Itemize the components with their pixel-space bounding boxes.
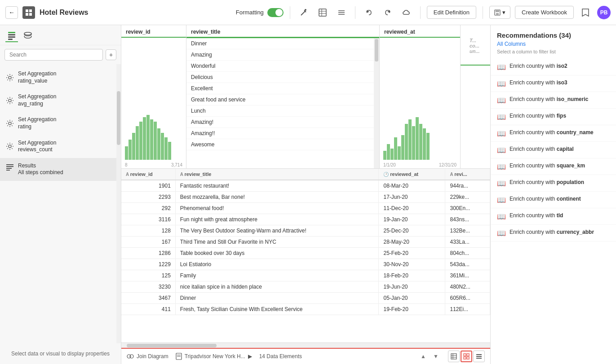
list-view-button[interactable]	[334, 5, 349, 20]
enrich-item-square-km[interactable]: 📖 Enrich country with square_km	[491, 158, 616, 175]
save-button[interactable]: ▾	[489, 6, 510, 19]
col-type-a-2: A	[180, 172, 185, 177]
dropdown-item-amazing-excl2[interactable]: Amazing!!	[186, 128, 374, 139]
col-type-clock-1: 🕐	[383, 172, 390, 177]
dropdown-item-wonderful[interactable]: Wonderful	[186, 61, 374, 72]
col-title-label: review_title	[191, 29, 220, 35]
app-logo	[22, 6, 35, 19]
table-row[interactable]: 3230nice italian spice in a hidden place…	[121, 281, 490, 293]
svg-rect-2	[26, 13, 28, 16]
view-btn-3[interactable]	[473, 351, 485, 362]
bookmark-button[interactable]	[578, 5, 593, 20]
bar	[387, 144, 390, 160]
table-row[interactable]: 411Fresh, Tasty Sicilian Cuisine With Ex…	[121, 304, 490, 315]
table-row[interactable]: 3116Fun night with great atmosphere19-Ja…	[121, 214, 490, 225]
right-panel: Recommendations (34) All Columns Select …	[490, 25, 616, 364]
svg-rect-47	[476, 358, 482, 359]
cell-review-title: nice italian spice in a hidden place	[175, 281, 379, 293]
edit-definition-button[interactable]: Edit Definition	[427, 6, 476, 19]
table-row[interactable]: 167Third Time and Still Our Favorite in …	[121, 237, 490, 248]
scroll-down-button[interactable]: ▼	[431, 351, 441, 361]
table-view-button[interactable]	[315, 5, 330, 20]
file-arrow: ▶	[248, 353, 252, 360]
enrich-item-capital[interactable]: 📖 Enrich country with capital	[491, 142, 616, 158]
table-row[interactable]: 2293Best mozzarella, Bar none!17-Jun-202…	[121, 192, 490, 203]
formatting-toggle[interactable]	[267, 8, 284, 17]
table-row[interactable]: 128The Very Best Outdoor Seating-Warm an…	[121, 225, 490, 237]
enrich-item-fips[interactable]: 📖 Enrich country with fips	[491, 109, 616, 125]
sidebar-item-set-agg-reviews-count[interactable]: Set Aggregation reviews_count	[0, 135, 116, 158]
sidebar-tab-steps[interactable]	[5, 30, 18, 42]
scroll-up-button[interactable]: ▲	[418, 351, 428, 361]
table-row[interactable]: 1229Loi Estiatorio30-Nov-20543da...	[121, 259, 490, 270]
undo-button[interactable]	[362, 5, 376, 20]
enrich-item-iso2[interactable]: 📖 Enrich country with iso2	[491, 59, 616, 75]
view-icon-1	[451, 353, 457, 360]
bar	[154, 122, 157, 160]
enrich-item-iso3[interactable]: 📖 Enrich country with iso3	[491, 75, 616, 92]
elements-button[interactable]: 14 Data Elements	[259, 353, 302, 360]
avatar[interactable]: PB	[597, 6, 611, 19]
back-button[interactable]: ←	[5, 6, 18, 19]
col-max-review-id: 3,714	[171, 162, 182, 167]
view-btn-1[interactable]	[448, 351, 460, 362]
dropdown-item-excellent[interactable]: Excellent	[186, 83, 374, 94]
sidebar-item-label-4: Set Aggregation	[18, 140, 56, 147]
wand-button[interactable]	[297, 5, 311, 20]
redo-button[interactable]	[381, 5, 395, 20]
svg-rect-45	[476, 354, 482, 355]
add-step-button[interactable]: +	[106, 49, 116, 60]
enrich-item-currency-abbr[interactable]: 📖 Enrich country with currency_abbr	[491, 225, 616, 241]
all-columns-link[interactable]: All Columns	[491, 41, 616, 49]
table-body: 1901Fantastic restaurant!08-Mar-20944ra.…	[121, 180, 490, 315]
create-workbook-button[interactable]: Create Workbook	[515, 6, 574, 19]
table-row[interactable]: 1286Table booked over 30 days25-Feb-2080…	[121, 248, 490, 259]
file-label: Tripadvisor New York H...	[185, 353, 245, 360]
redo-icon	[384, 9, 392, 17]
dropdown-item-delicious[interactable]: Delicious	[186, 72, 374, 83]
search-input[interactable]	[4, 49, 103, 61]
view-btn-2[interactable]	[461, 351, 472, 362]
bar	[383, 151, 386, 160]
dropdown-item-awesome[interactable]: Awesome	[186, 139, 374, 150]
bar	[143, 117, 146, 160]
sidebar-item-results[interactable]: Results All steps combined	[0, 158, 116, 181]
cell-review-title: Fantastic restaurant!	[175, 180, 379, 192]
dropdown-item-dinner[interactable]: Dinner	[186, 38, 374, 49]
enrich-item-continent[interactable]: 📖 Enrich country with continent	[491, 192, 616, 208]
divider2	[355, 6, 355, 19]
dropdown-item-great-food[interactable]: Great food and service	[186, 94, 374, 105]
dropdown-item-lunch[interactable]: Lunch	[186, 105, 374, 117]
sidebar-item-set-agg-rating[interactable]: Set Aggregation rating	[0, 112, 116, 135]
enrich-item-tld[interactable]: 📖 Enrich country with tld	[491, 208, 616, 225]
svg-rect-43	[464, 357, 466, 359]
sidebar-tab-data[interactable]	[22, 30, 34, 42]
svg-rect-3	[29, 13, 32, 16]
sidebar-item-set-agg-avg-rating[interactable]: Set Aggregation avg_rating	[0, 89, 116, 112]
sidebar-search-area: +	[0, 45, 121, 64]
enrich-item-iso-numeric[interactable]: 📖 Enrich country with iso_numeric	[491, 92, 616, 109]
table-row[interactable]: 125Family18-Feb-20361Mi...	[121, 270, 490, 281]
dropdown-list[interactable]: Dinner Amazing Wonderful Delicious Excel…	[186, 38, 374, 168]
cell-review-id: 3116	[121, 214, 175, 225]
table-row[interactable]: 1901Fantastic restaurant!08-Mar-20944ra.…	[121, 180, 490, 192]
sidebar-item-set-agg-rating-value[interactable]: Set Aggregation rating_value	[0, 66, 116, 89]
book-icon-5: 📖	[497, 129, 506, 138]
cloud-button[interactable]	[399, 5, 414, 20]
dropdown-item-amazing[interactable]: Amazing	[186, 49, 374, 61]
th-extra: A revi...	[445, 169, 490, 180]
table-row[interactable]: 292Phenomenal food!11-Dec-20300En...	[121, 203, 490, 214]
col-axis-review-id: 8 3,714	[121, 162, 186, 168]
cell-reviewed-at: 17-Jun-20	[379, 192, 445, 203]
sidebar-scrollbar[interactable]	[116, 64, 121, 343]
cell-review-id: 1229	[121, 259, 175, 270]
enrich-item-population[interactable]: 📖 Enrich country with population	[491, 175, 616, 192]
join-diagram-button[interactable]: Join Diagram	[127, 353, 168, 360]
dropdown-item-amazing-excl[interactable]: Amazing!	[186, 117, 374, 128]
table-row[interactable]: 3467Dinner05-Jan-20605R6...	[121, 293, 490, 304]
sidebar-tabs	[0, 25, 121, 45]
file-button[interactable]: Tripadvisor New York H... ▶	[176, 353, 252, 360]
horizontal-scrollbar[interactable]	[121, 342, 490, 348]
dropdown-scrollbar[interactable]	[374, 38, 379, 168]
enrich-item-country-name[interactable]: 📖 Enrich country with country_name	[491, 125, 616, 142]
